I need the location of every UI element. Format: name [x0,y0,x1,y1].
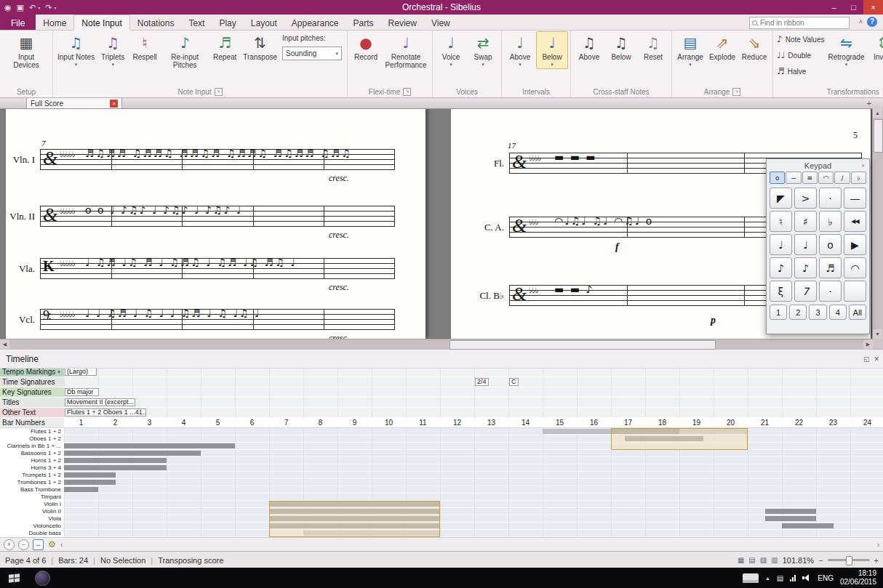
keypad-button-mouse-pointer[interactable]: ◤ [770,188,792,209]
keypad-voice-4[interactable]: 4 [829,305,847,320]
staff-vln-ii[interactable]: Vln. II&♭♭♭♭♭o o ♩ ♪♫♪ ♩ ♪♫♪ ♩ ♪♫♪ ♩ [40,206,395,227]
tab-note-input[interactable]: Note Input [73,15,129,31]
dialog-launcher-icon[interactable]: ↘ [732,88,740,96]
help-icon[interactable]: ? [867,17,877,27]
button-flexi-time-renotate-performance[interactable]: ♩Renotate Performance [382,31,430,71]
timeline-row-label[interactable]: Key Signatures [0,387,64,397]
instrument-activity-track[interactable] [64,515,883,523]
instrument-activity-track[interactable] [64,530,883,537]
instrument-activity-track[interactable] [64,479,883,486]
horizontal-scrollbar[interactable]: ◀ ▶ [0,339,873,350]
timeline-event-chip[interactable]: C [509,378,519,386]
instrument-activity-track[interactable] [64,523,883,530]
scroll-right-icon[interactable]: ▶ [863,339,873,349]
staff-vln-i[interactable]: Vln. I&♭♭♭♭♭♬♫♬♬ ♫♬♬♫ ♬♬♫♬ ♫♬♬♫ ♬♫♬♬ ♫♬♫ [40,149,395,170]
instrument-activity-track[interactable] [64,428,883,435]
button-note-input-repeat[interactable]: ♬Repeat [209,31,241,63]
activity-segment[interactable] [64,451,201,456]
action-center-icon[interactable]: ▤ [777,574,783,582]
button-intervals-above[interactable]: ♩Above▾ [504,31,536,69]
save-icon[interactable]: ▣ [17,0,24,15]
instrument-activity-track[interactable] [64,457,883,464]
dialog-launcher-icon[interactable]: ↘ [215,88,223,96]
staff-vla[interactable]: Vla.K♭♭♭♭♭♩ ♫♬ ♩♫ ♬ ♩ ♫♬♫ ♩ ♫♬ ♩♫ ♬♫ ♩ [40,258,395,279]
keypad-tab-more-notes[interactable]: − [786,172,801,184]
button-double[interactable]: ♩♩Double [777,50,824,60]
keypad-button-sharp[interactable]: ♯ [794,211,817,232]
tab-view[interactable]: View [424,15,458,30]
redo-icon[interactable]: ↷ [45,0,52,15]
keypad-button-thirty-second-note[interactable]: ♬ [819,257,842,278]
tab-play[interactable]: Play [212,15,243,30]
sibelius-taskbar-icon[interactable] [35,571,50,586]
keypad-button-quarter-note[interactable]: ♩ [794,234,817,255]
zoom-slider[interactable] [828,559,870,561]
staff-vcl[interactable]: Vcl.9:♭♭♭♭♭♩ ♩ ♫♬ ♩ ♫ ♩ ♩ ♫♬ ♩ ♫ ♩♫ ♩ [40,309,395,330]
button-setup-input-devices[interactable]: ▦Input Devices [2,31,50,71]
minimize-ribbon-icon[interactable]: ˄ [859,18,863,25]
button-halve[interactable]: ♬Halve [777,66,824,76]
close-button[interactable]: × [863,0,883,15]
timeline-row-label[interactable]: Titles [0,398,64,407]
instrument-activity-track[interactable] [64,472,883,479]
keypad-button-eighth-note[interactable]: ♪ [770,257,792,278]
instrument-activity-track[interactable] [64,486,883,494]
keypad-tab-common-notes[interactable]: o [770,172,785,184]
instrument-activity-track[interactable] [64,464,883,472]
timeline-row-label[interactable]: Time Signatures [0,377,64,387]
button-note-input-transpose[interactable]: ⇅Transpose [241,31,279,63]
keypad-tab-articulations[interactable]: ◠ [818,172,834,184]
timeline-scroll-right-icon[interactable]: › [877,541,879,549]
dialog-launcher-icon[interactable]: ↘ [403,88,411,96]
keypad-voice-1[interactable]: 1 [770,305,787,320]
keypad-button-blank[interactable] [844,281,866,302]
tab-review[interactable]: Review [381,15,424,30]
tab-appearance[interactable]: Appearance [284,15,346,30]
tab-home[interactable]: Home [36,15,73,30]
vertical-scroll-thumb[interactable] [874,119,883,153]
activity-segment[interactable] [64,480,116,485]
horizontal-scroll-thumb[interactable] [450,340,716,350]
button-note-values[interactable]: ♪Note Values [777,34,824,44]
keypad-button-previous-layout[interactable]: ◀◀ [844,211,866,232]
transport-panel-toggle-icon[interactable]: ▨ [760,556,767,564]
scroll-down-icon[interactable]: ▼ [873,329,882,339]
language-indicator[interactable]: ENG [818,574,834,582]
start-button[interactable] [0,568,28,588]
scroll-left-icon[interactable]: ◀ [0,339,9,349]
button-intervals-below[interactable]: ♩Below▾ [536,31,568,69]
button-transformations-retrograde[interactable]: ⇋Retrograde▾ [826,31,866,69]
activity-segment[interactable] [765,509,817,514]
timeline-scroll-left-icon[interactable]: ‹ [60,541,63,549]
tab-parts[interactable]: Parts [346,15,381,30]
ideas-panel-toggle-icon[interactable]: ▥ [771,556,778,564]
timeline-selection[interactable] [611,428,748,450]
instrument-activity-track[interactable] [64,443,883,450]
instrument-activity-track[interactable] [64,501,883,508]
activity-segment[interactable] [543,429,611,434]
mixer-panel-toggle-icon[interactable]: ▤ [748,556,755,564]
activity-segment[interactable] [64,458,167,463]
timeline-event-chip[interactable]: Flutes 1 + 2 Oboes 1 ...41... [65,408,146,416]
timeline-row-label[interactable]: Other Text [0,408,64,417]
timeline-float-icon[interactable]: ◱ [863,355,870,363]
activity-segment[interactable] [64,487,98,492]
zoom-in-icon[interactable]: + [874,556,879,565]
keypad-button-accent[interactable]: > [794,188,817,209]
score-canvas[interactable]: 7Vln. I&♭♭♭♭♭♬♫♬♬ ♫♬♬♫ ♬♬♫♬ ♫♬♬♫ ♬♫♬♬ ♫♬… [0,108,873,339]
show-hidden-icons-icon[interactable]: ▲ [765,576,770,581]
keypad-voice-2[interactable]: 2 [789,305,807,320]
redo-dropdown-icon[interactable]: ▾ [54,5,56,10]
timeline-event-chip[interactable]: 2/4 [475,378,489,386]
button-arrange-explode[interactable]: ⇗Explode [706,31,738,63]
activity-segment[interactable] [64,465,167,470]
keypad-close-icon[interactable]: × [859,161,867,169]
keypad-tab-accidentals[interactable]: ♭ [851,172,866,184]
taskbar-clock[interactable]: 18:19 02/06/2015 [840,569,876,587]
input-pitches-select[interactable]: Sounding▾ [282,47,342,60]
button-note-input-respell[interactable]: ♮Respell [129,31,161,63]
button-arrange-reduce[interactable]: ⇘Reduce [738,31,770,63]
keypad-button-sixteenth-note[interactable]: ♪ [794,257,817,278]
keypad-button-next-layout[interactable]: ▶ [844,234,866,255]
scroll-up-icon[interactable]: ▲ [873,108,882,118]
